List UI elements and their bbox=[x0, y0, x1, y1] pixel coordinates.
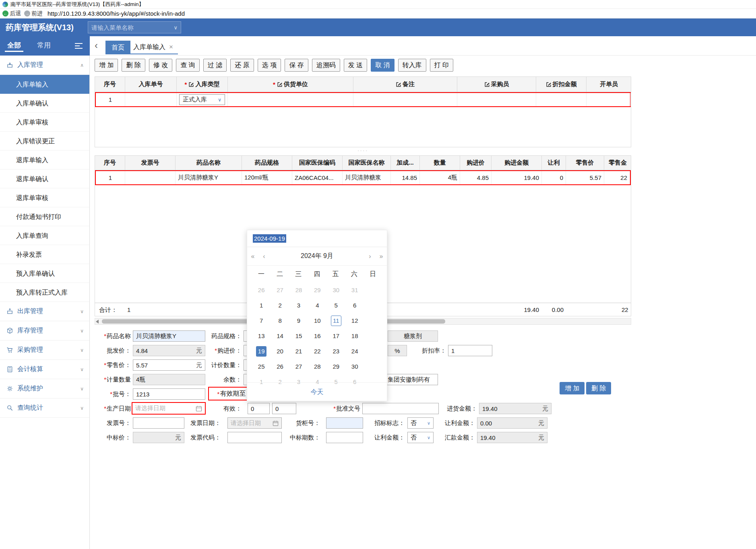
sidebar-section-stock-in[interactable]: 入库管理 ∧ bbox=[0, 56, 89, 75]
manufacturer-field[interactable]: 集团安徽制药有 bbox=[384, 374, 438, 385]
close-icon[interactable]: × bbox=[169, 43, 173, 51]
tab-stock-in-entry[interactable]: 入库单输入 × bbox=[128, 41, 178, 54]
next-year-icon[interactable]: » bbox=[376, 253, 387, 260]
tab-all[interactable]: 全部 bbox=[7, 37, 21, 54]
calendar-day[interactable]: 2 bbox=[271, 298, 289, 313]
calendar-day[interactable]: 18 bbox=[345, 328, 364, 344]
prev-month-icon[interactable]: ‹ bbox=[258, 253, 270, 260]
master-cell-purchaser[interactable] bbox=[457, 93, 536, 106]
toolbar-button[interactable]: 增 加 bbox=[95, 59, 118, 72]
sidebar-item[interactable]: 预入库转正式入库 bbox=[0, 283, 89, 302]
toolbar-button[interactable]: 过 滤 bbox=[203, 59, 227, 72]
calendar-day[interactable]: 28 bbox=[308, 359, 326, 374]
sidebar-item[interactable]: 付款通知书打印 bbox=[0, 207, 89, 226]
invoice-no-field[interactable] bbox=[133, 417, 184, 429]
prev-year-icon[interactable]: « bbox=[247, 253, 258, 260]
retail-price-field[interactable]: 5.57元 bbox=[133, 359, 205, 371]
discount-rate-field[interactable]: 1 bbox=[448, 345, 492, 356]
tab-home[interactable]: 首页 bbox=[105, 41, 130, 54]
toolbar-button[interactable]: 查 询 bbox=[176, 59, 199, 72]
calendar-day[interactable]: 6 bbox=[345, 298, 364, 313]
sidebar-item[interactable]: 预入库单确认 bbox=[0, 264, 89, 283]
calendar-day[interactable]: 4 bbox=[308, 298, 326, 313]
sidebar-item[interactable]: 入库单审核 bbox=[0, 113, 89, 132]
forward-button[interactable]: → 前进 bbox=[24, 10, 43, 17]
calendar-day[interactable]: 29 bbox=[327, 359, 345, 374]
calendar-day[interactable]: 27 bbox=[271, 283, 289, 298]
calendar-day[interactable]: 11 bbox=[327, 313, 345, 328]
detail-row[interactable]: 1 川贝清肺糖浆Y 120ml/瓶 ZA06CAC04... 川贝清肺糖浆 14… bbox=[95, 170, 631, 185]
today-button[interactable]: 今天 bbox=[311, 388, 324, 395]
toolbar-button[interactable]: 追溯码 bbox=[312, 59, 340, 72]
toolbar-button[interactable]: 转入库 bbox=[398, 59, 426, 72]
sidebar-section-stock-out[interactable]: 出库管理 ∨ bbox=[0, 302, 89, 321]
batch-no-field[interactable]: 1213 bbox=[133, 388, 205, 400]
sidebar-item[interactable]: 入库单确认 bbox=[0, 94, 89, 113]
invoice-code-field[interactable] bbox=[227, 432, 282, 443]
calendar-day[interactable]: 20 bbox=[271, 344, 289, 359]
sidebar-item[interactable]: 入库单输入 bbox=[0, 75, 89, 94]
sidebar-item[interactable]: 退库单审核 bbox=[0, 188, 89, 207]
calendar-day[interactable]: 26 bbox=[252, 283, 271, 298]
calendar-day[interactable]: 17 bbox=[327, 328, 345, 344]
sidebar-section-inventory[interactable]: 库存管理 ∨ bbox=[0, 321, 89, 341]
rebate-flag-select[interactable]: 否∨ bbox=[407, 432, 434, 443]
calendar-day[interactable]: 5 bbox=[327, 298, 345, 313]
master-cell-discount[interactable] bbox=[536, 93, 587, 106]
sidebar-item[interactable]: 补录发票 bbox=[0, 245, 89, 264]
calendar-day[interactable]: 7 bbox=[252, 313, 271, 328]
toolbar-button[interactable]: 打 印 bbox=[430, 59, 453, 72]
calendar-day[interactable]: 10 bbox=[308, 313, 326, 328]
master-row[interactable]: 1 正式入库 ∨ bbox=[95, 92, 631, 107]
calendar-day[interactable]: 15 bbox=[289, 328, 308, 344]
master-cell-supplier[interactable] bbox=[228, 93, 353, 106]
calendar-day[interactable]: 23 bbox=[327, 344, 345, 359]
scroll-left-icon[interactable] bbox=[96, 320, 99, 324]
sidebar-section-query[interactable]: 查询统计 ∨ bbox=[0, 398, 89, 418]
approval-no-field[interactable] bbox=[362, 403, 439, 414]
calendar-day[interactable]: 31 bbox=[345, 283, 364, 298]
date-picker-value[interactable]: 2024-09-19 bbox=[247, 230, 387, 247]
collapse-menu-icon[interactable] bbox=[75, 43, 83, 50]
calendar-day[interactable]: 13 bbox=[252, 328, 271, 344]
valid-value-2-field[interactable]: 0 bbox=[272, 403, 296, 414]
calendar-day[interactable]: 14 bbox=[271, 328, 289, 344]
calendar-day[interactable]: 12 bbox=[345, 313, 364, 328]
delete-detail-button[interactable]: 删 除 bbox=[586, 382, 611, 394]
sidebar-section-accounting[interactable]: 会计核算 ∨ bbox=[0, 360, 89, 379]
calendar-day[interactable]: 22 bbox=[308, 344, 326, 359]
grid-splitter[interactable] bbox=[95, 149, 631, 154]
sidebar-item[interactable]: 退库单确认 bbox=[0, 169, 89, 188]
sidebar-item[interactable]: 入库错误更正 bbox=[0, 132, 89, 151]
toolbar-button[interactable]: 发 送 bbox=[344, 59, 367, 72]
invoice-date-field[interactable]: 请选择日期 bbox=[227, 417, 282, 429]
calendar-day[interactable]: 28 bbox=[289, 283, 308, 298]
calendar-day[interactable]: 19 bbox=[252, 344, 271, 359]
sidebar-section-system[interactable]: 系统维护 ∨ bbox=[0, 379, 89, 398]
add-detail-button[interactable]: 增 加 bbox=[560, 382, 585, 394]
toolbar-button[interactable]: 删 除 bbox=[122, 59, 145, 72]
calendar-day[interactable]: 24 bbox=[345, 344, 364, 359]
bid-period-field[interactable] bbox=[326, 432, 363, 443]
toolbar-button[interactable]: 保 存 bbox=[285, 59, 308, 72]
shelf-no-field[interactable] bbox=[326, 417, 363, 429]
toolbar-button[interactable]: 选 项 bbox=[258, 59, 281, 72]
toolbar-button[interactable]: 修 改 bbox=[149, 59, 172, 72]
stock-in-type-select[interactable]: 正式入库 ∨ bbox=[179, 94, 225, 105]
toolbar-button[interactable]: 取 消 bbox=[371, 59, 394, 72]
bid-flag-select[interactable]: 否∨ bbox=[407, 417, 434, 429]
next-month-icon[interactable]: › bbox=[364, 253, 376, 260]
calendar-day[interactable]: 29 bbox=[308, 283, 326, 298]
menu-search-box[interactable]: ∨ bbox=[88, 21, 181, 33]
url-field[interactable]: http://10.120.9.43:8000/his-yk/app/#/sto… bbox=[48, 10, 185, 17]
calendar-day[interactable]: 30 bbox=[345, 359, 364, 374]
calendar-day[interactable]: 27 bbox=[289, 359, 308, 374]
calendar-day[interactable]: 30 bbox=[327, 283, 345, 298]
toolbar-button[interactable]: 还 原 bbox=[230, 59, 254, 72]
back-button[interactable]: ← 后退 bbox=[2, 10, 21, 17]
production-date-field[interactable]: 请选择日期 bbox=[132, 402, 206, 415]
calendar-day[interactable]: 26 bbox=[271, 359, 289, 374]
calendar-day[interactable]: 21 bbox=[289, 344, 308, 359]
sidebar-item[interactable]: 入库单查询 bbox=[0, 226, 89, 245]
master-cell-type[interactable]: 正式入库 ∨ bbox=[177, 93, 228, 106]
